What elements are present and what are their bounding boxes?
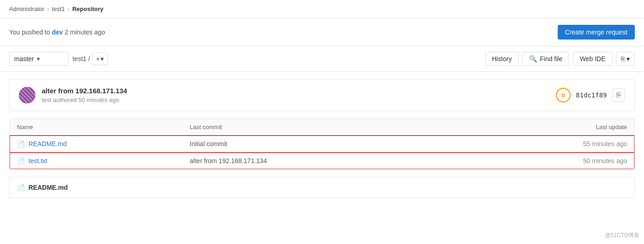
commit-message-cell: alter from 192.168.171.134 — [190, 157, 535, 165]
file-name-cell: 📄 README.md — [17, 140, 190, 148]
branch-name: master — [14, 55, 34, 62]
branch-chevron-icon: ▾ — [37, 55, 40, 62]
plus-icon: + — [96, 55, 100, 62]
copy-hash-button[interactable]: ⎘ — [612, 88, 625, 102]
commit-info-box: alter from 192.168.171.134 test authored… — [9, 79, 635, 111]
pipeline-status-icon[interactable]: ⏸ — [556, 88, 571, 102]
breadcrumb-current: Repository — [72, 6, 103, 12]
push-notice-branch[interactable]: dev — [52, 28, 63, 36]
push-notice-text: You pushed to dev 2 minutes ago — [9, 28, 105, 36]
file-table-header: Name Last commit Last update — [10, 119, 634, 136]
path-root: test1 — [73, 55, 86, 62]
breadcrumb-admin[interactable]: Administrator — [9, 6, 45, 12]
plus-chevron-icon: ▾ — [101, 55, 104, 62]
file-row: 📄 test.txt alter from 192.168.171.134 50… — [10, 153, 634, 169]
file-link[interactable]: README.md — [28, 140, 67, 148]
last-update-cell: 50 minutes ago — [535, 157, 627, 165]
clone-chevron-icon: ▾ — [627, 55, 630, 62]
create-merge-request-button[interactable]: Create merge request — [558, 25, 635, 40]
path-separator: / — [88, 55, 90, 62]
commit-details: alter from 192.168.171.134 test authored… — [42, 87, 549, 103]
file-icon: 📄 — [17, 140, 25, 148]
file-link[interactable]: test.txt — [28, 157, 47, 165]
push-notice-bar: You pushed to dev 2 minutes ago Create m… — [0, 18, 644, 46]
path-nav: test1 / + ▾ — [73, 52, 108, 65]
file-row: 📄 README.md Initial commit 55 minutes ag… — [10, 136, 634, 153]
col-commit-header: Last commit — [190, 124, 535, 131]
add-file-button[interactable]: + ▾ — [92, 52, 108, 65]
commit-hash[interactable]: 81dc1f89 — [576, 91, 607, 99]
branch-selector[interactable]: master ▾ — [9, 52, 69, 66]
search-icon: 🔍 — [529, 55, 537, 62]
file-name-cell: 📄 test.txt — [17, 157, 190, 165]
file-table: Name Last commit Last update 📄 README.md… — [9, 119, 635, 170]
col-name-header: Name — [17, 124, 190, 131]
readme-section: 📄 README.md — [9, 177, 635, 198]
repo-toolbar: master ▾ test1 / + ▾ History 🔍 Find file… — [0, 46, 644, 72]
breadcrumb: Administrator › test1 › Repository — [0, 0, 644, 18]
avatar — [19, 87, 35, 103]
clone-button[interactable]: ⎘ ▾ — [616, 52, 635, 66]
file-icon: 📄 — [17, 157, 25, 165]
last-update-cell: 55 minutes ago — [535, 140, 627, 148]
breadcrumb-sep-1: › — [47, 6, 49, 12]
clone-icon: ⎘ — [621, 55, 625, 62]
commit-message-cell: Initial commit — [190, 140, 535, 148]
commit-meta: test authored 50 minutes ago — [42, 96, 549, 103]
toolbar-right: History 🔍 Find file Web IDE ⎘ ▾ — [485, 52, 635, 66]
find-file-button[interactable]: 🔍 Find file — [522, 52, 569, 66]
toolbar-left: master ▾ test1 / + ▾ — [9, 52, 108, 66]
commit-title: alter from 192.168.171.134 — [42, 87, 549, 95]
breadcrumb-sep-2: › — [67, 6, 69, 12]
history-button[interactable]: History — [485, 52, 519, 66]
web-ide-button[interactable]: Web IDE — [573, 52, 612, 66]
col-update-header: Last update — [535, 124, 627, 131]
breadcrumb-test1[interactable]: test1 — [52, 6, 65, 12]
readme-file-icon: 📄 — [17, 184, 25, 191]
commit-right: ⏸ 81dc1f89 ⎘ — [556, 88, 625, 102]
readme-filename: README.md — [28, 184, 68, 191]
